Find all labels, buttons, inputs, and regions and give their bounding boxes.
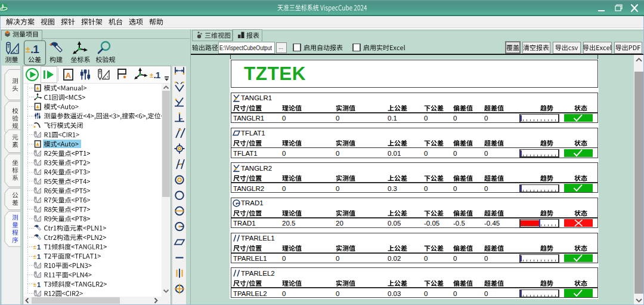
svg-text:±: ± [33, 282, 36, 288]
svg-text:TFLAT1: TFLAT1 [233, 150, 258, 157]
svg-text:0: 0 [453, 185, 457, 192]
svg-text:E:\VispectCubeOutput: E:\VispectCubeOutput [219, 44, 273, 51]
svg-text:0.03: 0.03 [388, 290, 401, 297]
svg-text:0: 0 [484, 185, 488, 192]
svg-text:0: 0 [424, 150, 428, 157]
svg-text:TFLAT1: TFLAT1 [241, 130, 265, 137]
svg-text:TPARLEL1: TPARLEL1 [233, 255, 267, 262]
svg-text:TPARLEL2: TPARLEL2 [233, 290, 267, 297]
svg-text:0: 0 [336, 255, 339, 262]
svg-text:0.3: 0.3 [388, 185, 397, 192]
svg-text:0: 0 [484, 115, 488, 122]
svg-text:TZTEK: TZTEK [244, 63, 306, 84]
svg-text:±: ± [33, 244, 36, 250]
svg-text:1: 1 [37, 281, 41, 288]
svg-text:TPARLEL1: TPARLEL1 [241, 235, 275, 242]
svg-text:0: 0 [453, 255, 457, 262]
svg-text:0.02: 0.02 [388, 255, 401, 262]
svg-text:1: 1 [37, 253, 41, 260]
svg-text:.1: .1 [153, 70, 160, 80]
svg-text:0: 0 [282, 150, 286, 157]
svg-text:0: 0 [282, 255, 286, 262]
svg-text:TPARLEL2: TPARLEL2 [241, 270, 275, 277]
svg-text:0: 0 [453, 150, 457, 157]
svg-text:0: 0 [336, 115, 339, 122]
svg-text:0: 0 [424, 185, 428, 192]
svg-text:0: 0 [424, 290, 428, 297]
svg-text:0: 0 [336, 150, 339, 157]
svg-text:0: 0 [424, 115, 428, 122]
svg-text:0: 0 [484, 255, 488, 262]
svg-text:.1: .1 [30, 43, 39, 56]
svg-text:TANGLR2: TANGLR2 [233, 185, 264, 192]
svg-text:±: ± [33, 254, 36, 260]
svg-text:0.1: 0.1 [388, 115, 397, 122]
svg-text:0: 0 [484, 290, 488, 297]
svg-text:0: 0 [282, 185, 286, 192]
svg-text:A: A [66, 71, 72, 80]
svg-text:TANGLR1: TANGLR1 [241, 94, 272, 101]
svg-text:0: 0 [336, 185, 339, 192]
svg-text:0.01: 0.01 [388, 150, 401, 157]
svg-text:-0.45: -0.45 [484, 220, 500, 227]
svg-text:20.5: 20.5 [282, 220, 295, 227]
svg-text:0: 0 [424, 255, 428, 262]
svg-text:1: 1 [37, 244, 41, 251]
svg-text:0: 0 [453, 290, 457, 297]
svg-text:±: ± [150, 72, 153, 79]
svg-text:TRAD1: TRAD1 [233, 220, 256, 227]
svg-text:0: 0 [336, 290, 339, 297]
svg-text:TANGLR2: TANGLR2 [241, 165, 272, 172]
svg-text:-0.5: -0.5 [453, 220, 465, 227]
svg-text:-0.05: -0.05 [424, 220, 439, 227]
svg-text:0.05: 0.05 [388, 220, 401, 227]
svg-text:±: ± [26, 45, 30, 54]
svg-text:0: 0 [282, 115, 286, 122]
svg-text:TRAD1: TRAD1 [241, 199, 264, 207]
svg-text:20: 20 [336, 220, 343, 227]
svg-text:0: 0 [484, 150, 488, 157]
svg-text:0: 0 [453, 115, 457, 122]
svg-text:...: ... [278, 44, 283, 50]
svg-text:TANGLR1: TANGLR1 [233, 115, 264, 122]
svg-text:0: 0 [282, 290, 286, 297]
